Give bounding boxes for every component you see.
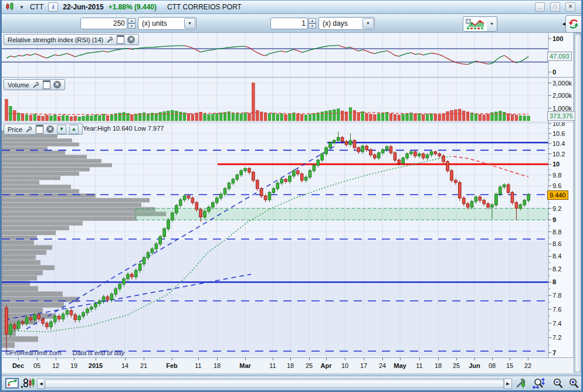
time-axis-label: 22	[524, 362, 531, 369]
axis-tick	[217, 358, 218, 360]
price-plot[interactable]: 77.27.47.67.888.28.48.68.899.29.49.69.81…	[2, 122, 581, 357]
time-axis-label: 2015	[89, 362, 103, 369]
svg-text:7.2: 7.2	[553, 334, 561, 341]
svg-text:7.8: 7.8	[553, 292, 561, 299]
period-spinner-down[interactable]: ▼	[309, 23, 316, 29]
axis-tick	[345, 358, 345, 360]
horizontal-scrollbar-thumb[interactable]	[45, 380, 504, 388]
info-icon[interactable]: i	[48, 2, 58, 12]
wrench-icon[interactable]	[106, 36, 114, 43]
time-axis-label: 18	[213, 362, 221, 369]
time-axis-label: 12	[52, 362, 59, 369]
move-panel-up-icon[interactable]: ▲	[69, 125, 79, 134]
move-panel-down-icon[interactable]: ▼	[57, 125, 66, 134]
time-axis-label: 05	[33, 362, 40, 369]
wrench-icon[interactable]	[25, 125, 33, 133]
units-spinner-up[interactable]: ▲	[128, 18, 135, 23]
units-input[interactable]	[80, 18, 127, 29]
time-axis-label: Jun	[469, 362, 480, 369]
period-select[interactable]: (x) days ▼	[318, 17, 375, 30]
svg-text:10.6: 10.6	[553, 130, 565, 137]
quote-change: +1.88% (9.440)	[109, 3, 157, 11]
time-axis-label: Feb	[166, 362, 178, 369]
data-note-label: Data is end of day	[73, 349, 125, 356]
detach-window-icon[interactable]	[117, 35, 124, 44]
svg-text:100: 100	[553, 35, 563, 42]
svg-text:8.6: 8.6	[553, 240, 561, 247]
display-settings-button[interactable]: ▼	[5, 377, 24, 389]
instrument-name: CTT CORREIOS PORT	[167, 3, 242, 11]
time-axis-label: 11	[195, 362, 201, 369]
time-axis[interactable]: Dec05121920151421Feb1118Mar111825Apr1017…	[2, 357, 581, 373]
axis-tick	[144, 358, 144, 360]
axis-tick	[492, 358, 493, 360]
svg-text:9: 9	[553, 216, 556, 223]
symbol-dropdown-icon[interactable]: ▼	[19, 5, 24, 10]
units-select[interactable]: (x) units ▼	[138, 17, 196, 30]
svg-text:7.4: 7.4	[553, 320, 561, 327]
svg-text:1,000k: 1,000k	[553, 105, 572, 112]
refresh-button[interactable]	[565, 15, 581, 33]
axis-tick	[125, 358, 126, 360]
vertical-scrollbar-thumb[interactable]	[575, 34, 581, 373]
period-select-arrow-icon[interactable]: ▼	[362, 18, 374, 29]
candlestick-logo-icon	[5, 2, 15, 13]
chart-style-dropdown-icon[interactable]: ▼	[487, 16, 497, 32]
svg-text:10.8: 10.8	[553, 122, 565, 127]
maximize-button[interactable]: □	[550, 2, 560, 12]
close-panel-icon[interactable]: ✕	[53, 81, 61, 88]
axis-tick	[400, 358, 401, 360]
scroll-right-button[interactable]: ▶	[504, 379, 512, 389]
chart-window: ▼ CTT i 22-Jun-2015 +1.88% (9.440) CTT C…	[0, 0, 583, 392]
period-input[interactable]	[270, 18, 308, 29]
time-axis-label: 18	[435, 362, 442, 369]
time-axis-label: Mar	[239, 362, 251, 369]
rsi-panel-header: Relative strength index (RSI) (14) ✕	[4, 34, 139, 45]
vertical-scrollbar[interactable]	[574, 33, 581, 373]
chart-style-icon	[466, 19, 484, 29]
time-axis-label: 19	[70, 362, 77, 369]
detach-window-icon[interactable]	[36, 125, 43, 134]
time-axis-label: May	[394, 362, 406, 369]
symbol-label: CTT	[30, 3, 43, 11]
quote-date: 22-Jun-2015	[63, 3, 103, 11]
time-axis-label: 15	[506, 362, 513, 369]
time-axis-label: 21	[140, 362, 147, 369]
close-panel-icon[interactable]: ✕	[127, 36, 135, 43]
chart-preview-icon	[5, 377, 19, 389]
chart-style-button[interactable]	[463, 16, 487, 32]
units-select-arrow-icon[interactable]: ▼	[184, 18, 195, 29]
volume-value-badge: 373,375	[547, 111, 575, 121]
axis-tick	[56, 358, 56, 360]
time-axis-label: 11	[269, 362, 276, 369]
wrench-icon[interactable]	[32, 81, 40, 88]
svg-text:7.6: 7.6	[553, 306, 561, 313]
horizontal-scrollbar[interactable]	[44, 379, 504, 388]
zoom-out-button[interactable]	[553, 378, 564, 389]
close-panel-icon[interactable]: ✕	[46, 125, 54, 133]
axis-tick	[290, 358, 291, 360]
zoom-in-button[interactable]	[568, 378, 579, 389]
close-button[interactable]: ✕	[565, 2, 575, 12]
title-bar: ▼ CTT i 22-Jun-2015 +1.88% (9.440) CTT C…	[2, 0, 581, 14]
time-axis-label: 17	[360, 362, 367, 369]
period-spinner-up[interactable]: ▲	[309, 18, 316, 23]
axis-tick	[309, 358, 310, 360]
svg-text:10: 10	[553, 161, 560, 168]
zoom-fit-button[interactable]	[533, 378, 547, 389]
svg-text:0: 0	[553, 69, 556, 76]
axis-tick	[456, 358, 457, 360]
units-spinner-down[interactable]: ▼	[128, 23, 135, 29]
minimize-button[interactable]: _	[535, 2, 545, 12]
axis-tick	[172, 358, 172, 360]
time-axis-label: 10	[341, 362, 348, 369]
price-title: Price	[8, 126, 22, 133]
chart-settings-button[interactable]	[516, 378, 527, 389]
zoom-out-icon	[553, 378, 564, 389]
volume-plot[interactable]: 3,000k2,000k1,000k	[2, 78, 581, 122]
axis-tick	[474, 358, 475, 360]
svg-text:8.2: 8.2	[553, 265, 561, 272]
svg-text:8.4: 8.4	[553, 253, 561, 260]
detach-window-icon[interactable]	[43, 80, 50, 89]
wrench-candle-icon	[516, 378, 527, 389]
